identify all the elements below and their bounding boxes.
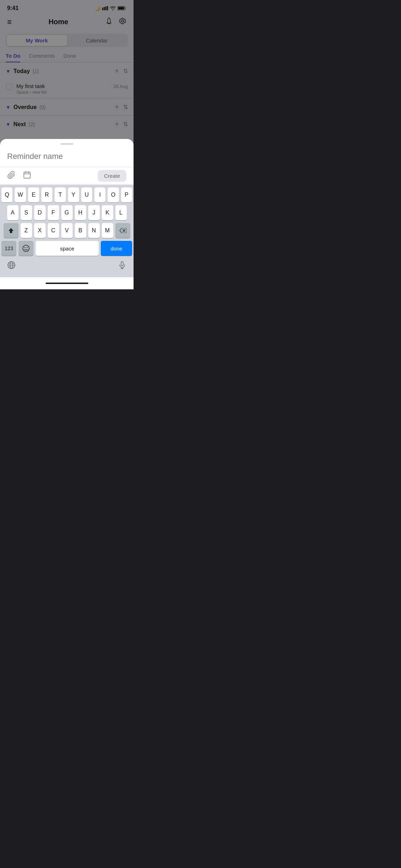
- key-s[interactable]: S: [21, 205, 32, 220]
- svg-point-13: [23, 245, 29, 252]
- key-n[interactable]: N: [88, 223, 100, 238]
- calendar-icon[interactable]: [23, 171, 31, 181]
- keyboard-row-4: 123 space done: [0, 241, 134, 256]
- svg-point-15: [27, 247, 27, 248]
- key-x[interactable]: X: [34, 223, 46, 238]
- key-r[interactable]: R: [41, 187, 52, 202]
- key-z[interactable]: Z: [21, 223, 32, 238]
- keyboard: Q W E R T Y U I O P A S D F G H J K L: [0, 185, 134, 289]
- key-p[interactable]: P: [121, 187, 132, 202]
- key-o[interactable]: O: [108, 187, 119, 202]
- mic-icon[interactable]: [118, 261, 126, 272]
- key-f[interactable]: F: [48, 205, 59, 220]
- key-numbers[interactable]: 123: [1, 241, 16, 256]
- sheet-handle: [61, 143, 73, 145]
- key-w[interactable]: W: [15, 187, 26, 202]
- keyboard-row-3: Z X C V B N M: [0, 223, 134, 238]
- reminder-name-input[interactable]: [7, 152, 126, 161]
- key-c[interactable]: C: [48, 223, 59, 238]
- key-done[interactable]: done: [101, 241, 132, 256]
- svg-point-14: [25, 247, 25, 248]
- keyboard-bottom: [0, 259, 134, 277]
- sheet-toolbar: Create: [0, 167, 134, 185]
- reminder-input-area: [0, 149, 134, 167]
- keyboard-row-1: Q W E R T Y U I O P: [0, 187, 134, 202]
- create-button[interactable]: Create: [98, 170, 126, 182]
- svg-rect-7: [24, 172, 30, 178]
- key-u[interactable]: U: [81, 187, 92, 202]
- sheet-toolbar-left: [7, 171, 31, 181]
- key-m[interactable]: M: [102, 223, 113, 238]
- svg-rect-21: [121, 262, 123, 266]
- key-v[interactable]: V: [61, 223, 73, 238]
- key-l[interactable]: L: [115, 205, 127, 220]
- home-indicator: [0, 277, 134, 289]
- keyboard-row-2: A S D F G H J K L: [0, 205, 134, 220]
- key-i[interactable]: I: [94, 187, 105, 202]
- key-t[interactable]: T: [54, 187, 66, 202]
- key-b[interactable]: B: [75, 223, 86, 238]
- key-j[interactable]: J: [88, 205, 100, 220]
- key-shift[interactable]: [4, 223, 19, 238]
- key-k[interactable]: K: [102, 205, 113, 220]
- attach-icon[interactable]: [7, 171, 16, 181]
- key-e[interactable]: E: [28, 187, 39, 202]
- key-space[interactable]: space: [36, 241, 99, 256]
- key-y[interactable]: Y: [68, 187, 79, 202]
- home-bar: [46, 283, 88, 284]
- bottom-sheet: Create Q W E R T Y U I O P A S D F G H J…: [0, 139, 134, 289]
- key-a[interactable]: A: [7, 205, 19, 220]
- key-emoji[interactable]: [19, 241, 33, 256]
- globe-icon[interactable]: [7, 261, 16, 272]
- key-d[interactable]: D: [34, 205, 46, 220]
- key-q[interactable]: Q: [1, 187, 12, 202]
- key-g[interactable]: G: [61, 205, 73, 220]
- key-delete[interactable]: [115, 223, 130, 238]
- key-h[interactable]: H: [75, 205, 86, 220]
